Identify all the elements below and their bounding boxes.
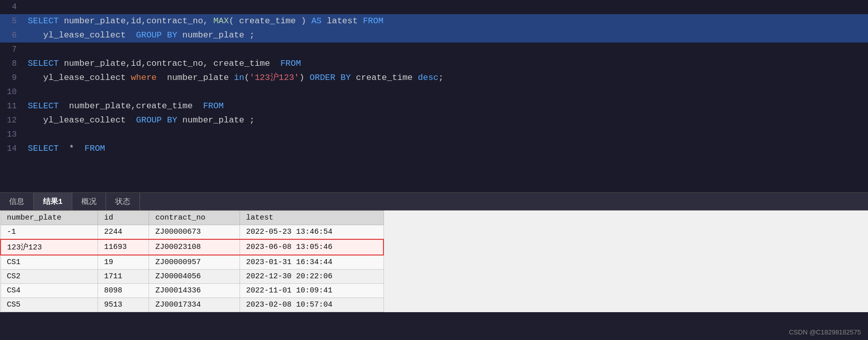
- line-content: yl_lease_collect GROUP BY number_plate ;: [23, 113, 868, 128]
- table-cell: 2022-11-01 10:09:41: [239, 284, 383, 298]
- editor-line: 14SELECT * FROM: [0, 142, 868, 156]
- editor-line: 12 yl_lease_collect GROUP BY number_plat…: [0, 113, 868, 128]
- sql-token: number_plate: [157, 73, 234, 82]
- tab-状态[interactable]: 状态: [106, 193, 140, 210]
- sql-token: yl_lease_collect: [28, 73, 131, 82]
- line-content: yl_lease_collect GROUP BY number_plate ;: [23, 28, 868, 42]
- sql-token: '123沪123': [250, 73, 300, 82]
- sql-token: FROM: [363, 16, 383, 26]
- table-cell: 2022-12-30 20:22:06: [239, 270, 383, 284]
- watermark: CSDN @C18298182575: [789, 328, 861, 336]
- column-header: id: [98, 211, 149, 225]
- table-cell: 2023-02-08 10:57:04: [239, 298, 383, 312]
- editor-line: 11SELECT number_plate,create_time FROM: [0, 99, 868, 113]
- table-cell: CS4: [1, 284, 98, 298]
- line-content: SELECT number_plate,create_time FROM: [23, 99, 868, 113]
- tabs-bar: 信息结果1概况状态: [0, 192, 868, 210]
- table-cell: 8098: [98, 284, 149, 298]
- table-cell: CS2: [1, 270, 98, 284]
- sql-token: number_plate,id,contract_no,: [64, 16, 213, 26]
- table-cell: -1: [1, 225, 98, 240]
- line-number: 4: [0, 0, 23, 14]
- editor-line: 6 yl_lease_collect GROUP BY number_plate…: [0, 28, 868, 42]
- editor-line: 8SELECT number_plate,id,contract_no, cre…: [0, 57, 868, 71]
- sql-token: *: [59, 144, 84, 153]
- line-number: 9: [0, 71, 23, 85]
- line-content: SELECT * FROM: [23, 142, 868, 156]
- line-number: 6: [0, 28, 23, 42]
- tab-结果1[interactable]: 结果1: [34, 193, 72, 210]
- sql-token: number_plate ;: [177, 30, 255, 40]
- editor-line: 9 yl_lease_collect where number_plate in…: [0, 71, 868, 85]
- sql-token: ;: [439, 73, 444, 82]
- table-cell: 2023-06-08 13:05:46: [239, 239, 383, 255]
- results-area: number_plateidcontract_nolatest -12244ZJ…: [0, 210, 868, 312]
- sql-token: ( create_time ): [229, 16, 311, 26]
- line-number: 10: [0, 85, 23, 99]
- table-cell: CS5: [1, 298, 98, 312]
- table-cell: ZJ00004056: [149, 270, 240, 284]
- sql-token: yl_lease_collect: [28, 115, 136, 125]
- table-cell: ZJ00017334: [149, 298, 240, 312]
- editor-line: 5SELECT number_plate,id,contract_no, MAX…: [0, 14, 868, 28]
- sql-token: desc: [418, 73, 439, 82]
- sql-token: ORDER BY: [310, 73, 351, 82]
- sql-token: SELECT: [28, 144, 59, 153]
- sql-token: number_plate ;: [177, 115, 255, 125]
- line-number: 13: [0, 128, 23, 142]
- results-table: number_plateidcontract_nolatest -12244ZJ…: [0, 210, 384, 312]
- line-number: 8: [0, 57, 23, 71]
- sql-token: yl_lease_collect: [28, 30, 136, 40]
- editor-line: 13: [0, 128, 868, 142]
- sql-token: ): [299, 73, 309, 82]
- line-content: yl_lease_collect where number_plate in('…: [23, 71, 868, 85]
- table-cell: ZJ00014336: [149, 284, 240, 298]
- table-cell: CS1: [1, 255, 98, 270]
- sql-token: create_time: [351, 73, 418, 82]
- column-header: number_plate: [1, 211, 98, 225]
- line-number: 14: [0, 142, 23, 156]
- sql-token: SELECT: [28, 101, 64, 111]
- table-cell: ZJ00023108: [149, 239, 240, 255]
- editor-area: 45SELECT number_plate,id,contract_no, MA…: [0, 0, 868, 192]
- tab-信息[interactable]: 信息: [0, 193, 34, 210]
- line-content: SELECT number_plate,id,contract_no, crea…: [23, 57, 868, 71]
- sql-token: FROM: [280, 59, 301, 68]
- table-body: -12244ZJ000006732022-05-23 13:46:54123沪1…: [1, 225, 383, 312]
- sql-token: GROUP BY: [136, 115, 177, 125]
- sql-token: number_plate,create_time: [64, 101, 203, 111]
- sql-token: AS: [311, 16, 321, 26]
- line-number: 12: [0, 113, 23, 128]
- sql-token: FROM: [84, 144, 105, 153]
- line-number: 5: [0, 14, 23, 28]
- table-cell: 9513: [98, 298, 149, 312]
- sql-token: MAX: [213, 16, 229, 26]
- table-cell: ZJ00000957: [149, 255, 240, 270]
- editor-line: 10: [0, 85, 868, 99]
- editor-line: 4: [0, 0, 868, 14]
- table-row: CS21711ZJ000040562022-12-30 20:22:06: [1, 270, 383, 284]
- table-row: -12244ZJ000006732022-05-23 13:46:54: [1, 225, 383, 240]
- sql-token: GROUP BY: [136, 30, 177, 40]
- table-cell: 2244: [98, 225, 149, 240]
- tab-概况[interactable]: 概况: [72, 193, 106, 210]
- sql-token: FROM: [203, 101, 224, 111]
- table-cell: ZJ00000673: [149, 225, 240, 240]
- sql-token: where: [131, 73, 157, 82]
- table-row: CS48098ZJ000143362022-11-01 10:09:41: [1, 284, 383, 298]
- column-header: contract_no: [149, 211, 240, 225]
- sql-token: number_plate,id,contract_no, create_time: [64, 59, 280, 68]
- table-row: CS119ZJ000009572023-01-31 16:34:44: [1, 255, 383, 270]
- table-cell: 123沪123: [1, 239, 98, 255]
- table-cell: 2022-05-23 13:46:54: [239, 225, 383, 240]
- table-cell: 1711: [98, 270, 149, 284]
- line-number: 7: [0, 42, 23, 57]
- line-number: 11: [0, 99, 23, 113]
- table-row: 123沪12311693ZJ000231082023-06-08 13:05:4…: [1, 239, 383, 255]
- sql-token: (: [245, 73, 250, 82]
- sql-token: latest: [322, 16, 363, 26]
- sql-token: in: [234, 73, 244, 82]
- table-header: number_plateidcontract_nolatest: [1, 211, 383, 225]
- column-header: latest: [239, 211, 383, 225]
- sql-token: SELECT: [28, 59, 64, 68]
